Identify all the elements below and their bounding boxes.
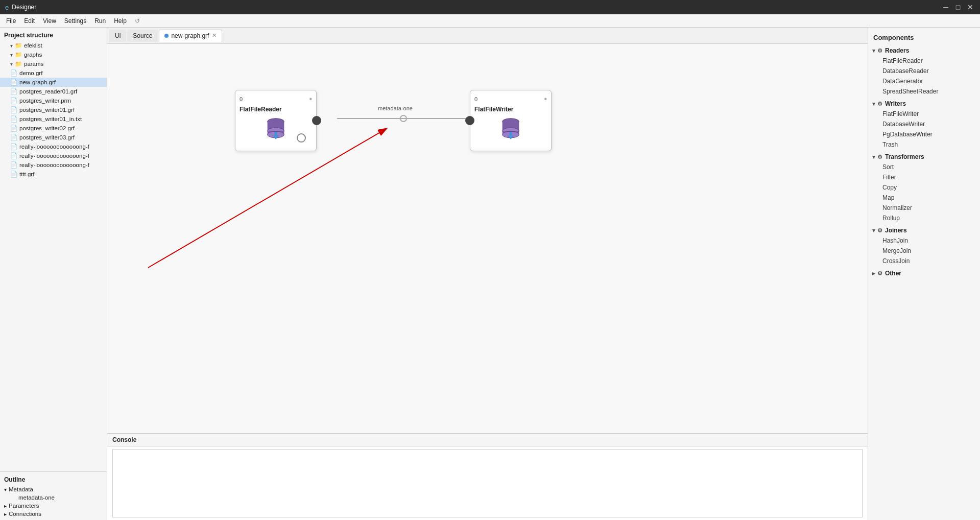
tree-item-label: postgres_writer02.grf [19, 125, 75, 131]
minimize-button[interactable]: ─ [941, 3, 950, 12]
folder-arrow-icon: ▾ [10, 43, 13, 49]
component-item[interactable]: Normalizer [868, 203, 980, 213]
component-item[interactable]: MergeJoin [868, 246, 980, 256]
folder-arrow-icon: ▾ [10, 61, 13, 67]
tab-file-label: new-graph.grf [171, 32, 209, 39]
project-tree-item[interactable]: 📄demo.grf [0, 68, 107, 78]
component-item[interactable]: FlatFileReader [868, 56, 980, 66]
project-tree-item[interactable]: 📄new-graph.grf [0, 78, 107, 87]
components-tree: ▾⚙ReadersFlatFileReaderDatabaseReaderDat… [868, 45, 980, 278]
node-flatfilereader[interactable]: 0 • FlatFileReader [235, 90, 317, 151]
component-item[interactable]: Map [868, 193, 980, 203]
component-section-header[interactable]: ▸⚙Other [868, 268, 980, 278]
component-section: ▾⚙ReadersFlatFileReaderDatabaseReaderDat… [868, 45, 980, 97]
node-writer-number: 0 [474, 96, 477, 102]
project-tree-item[interactable]: ▾📁graphs [0, 50, 107, 59]
node-writer-config-dot[interactable]: • [544, 94, 547, 104]
component-item[interactable]: Trash [868, 139, 980, 150]
project-tree-item[interactable]: 📄postgres_writer01_in.txt [0, 114, 107, 124]
menu-help[interactable]: Help [110, 16, 131, 26]
menu-view[interactable]: View [39, 16, 60, 26]
maximize-button[interactable]: □ [953, 3, 963, 12]
component-section: ▾⚙JoinersHashJoinMergeJoinCrossJoin [868, 225, 980, 266]
tree-item-label: efeklist [24, 42, 42, 49]
menubar: File Edit View Settings Run Help ↺ [0, 14, 980, 28]
project-tree-item[interactable]: 📄postgres_writer02.grf [0, 124, 107, 133]
component-item[interactable]: Copy [868, 182, 980, 193]
close-button[interactable]: ✕ [966, 3, 975, 12]
outline-section-label: Connections [9, 511, 41, 517]
folder-arrow-icon: ▾ [10, 52, 13, 58]
component-section: ▾⚙TransformersSortFilterCopyMapNormalize… [868, 152, 980, 223]
node-reader-inner-port[interactable] [297, 133, 306, 143]
menu-settings[interactable]: Settings [60, 16, 90, 26]
project-tree-item[interactable]: 📄really-looooooooooooong-f [0, 142, 107, 151]
component-item[interactable]: CrossJoin [868, 256, 980, 266]
tree-item-label: really-looooooooooooong-f [19, 144, 89, 150]
component-section-header[interactable]: ▾⚙Joiners [868, 225, 980, 235]
outline-tree-item[interactable]: ▾Metadata [0, 485, 107, 493]
console-title: Console [107, 434, 868, 446]
menu-edit[interactable]: Edit [20, 16, 39, 26]
component-item[interactable]: DatabaseReader [868, 66, 980, 76]
component-item[interactable]: Sort [868, 162, 980, 172]
outline-tree-item[interactable]: ▸Connections [0, 510, 107, 518]
component-item[interactable]: Filter [868, 172, 980, 182]
component-item[interactable]: DatabaseWriter [868, 119, 980, 129]
tab-file[interactable]: new-graph.grf ✕ [159, 30, 222, 42]
file-icon: 📄 [10, 143, 17, 150]
node-reader-number: 0 [240, 96, 243, 102]
node-flatfilewriter[interactable]: 0 • FlatFileWriter [470, 90, 552, 151]
section-gear-icon: ⚙ [877, 227, 882, 234]
component-item[interactable]: PgDatabaseWriter [868, 129, 980, 139]
section-expand-icon: ▾ [872, 48, 875, 54]
tree-item-label: tttt.grf [19, 171, 34, 177]
tree-item-label: demo.grf [19, 70, 42, 76]
component-item[interactable]: FlatFileWriter [868, 109, 980, 119]
project-tree-item[interactable]: 📄postgres_writer03.grf [0, 133, 107, 142]
node-reader-output-port[interactable] [312, 116, 321, 125]
project-tree: ▾📁efeklist▾📁graphs▾📁params📄demo.grf📄new-… [0, 41, 107, 179]
node-reader-db-icon [263, 117, 289, 143]
file-icon: 📄 [10, 171, 17, 178]
section-gear-icon: ⚙ [877, 270, 882, 277]
node-reader-config-dot[interactable]: • [309, 94, 312, 104]
node-writer-body [474, 113, 547, 147]
tab-close-icon[interactable]: ✕ [212, 32, 217, 39]
component-item[interactable]: Rollup [868, 213, 980, 223]
project-tree-item[interactable]: 📄really-looooooooooooong-f [0, 160, 107, 170]
tree-item-label: really-looooooooooooong-f [19, 153, 89, 159]
console-section: Console [107, 433, 868, 520]
component-section-header[interactable]: ▾⚙Writers [868, 99, 980, 109]
component-section-header[interactable]: ▾⚙Readers [868, 45, 980, 56]
component-section-header[interactable]: ▾⚙Transformers [868, 152, 980, 162]
project-tree-item[interactable]: ▾📁efeklist [0, 41, 107, 50]
left-sidebar: Project structure ▾📁efeklist▾📁graphs▾📁pa… [0, 28, 107, 520]
canvas: metadata-one 0 • FlatFileReader [107, 44, 868, 433]
center-content: Ui Source new-graph.grf ✕ metadata-one [107, 28, 868, 520]
tabs-bar: Ui Source new-graph.grf ✕ [107, 28, 868, 44]
component-item[interactable]: HashJoin [868, 235, 980, 246]
folder-icon: 📁 [15, 60, 22, 67]
component-item[interactable]: DataGenerator [868, 76, 980, 86]
tab-source[interactable]: Source [127, 30, 158, 42]
node-writer-input-port[interactable] [465, 116, 474, 125]
section-gear-icon: ⚙ [877, 101, 882, 107]
menu-file[interactable]: File [2, 16, 20, 26]
component-item[interactable]: SpreadSheetReader [868, 86, 980, 97]
project-tree-item[interactable]: ▾📁params [0, 59, 107, 68]
section-arrow-icon: ▸ [4, 511, 7, 517]
section-arrow-icon: ▾ [4, 487, 7, 492]
project-tree-item[interactable]: 📄postgres_writer.prm [0, 96, 107, 105]
outline-tree-item[interactable]: ▸Parameters [0, 502, 107, 510]
tree-item-label: graphs [24, 52, 42, 58]
menu-run[interactable]: Run [90, 16, 110, 26]
outline-tree: ▾Metadatametadata-one▸Parameters▸Connect… [0, 485, 107, 518]
outline-tree-item[interactable]: metadata-one [0, 493, 107, 502]
project-tree-item[interactable]: 📄postgres_reader01.grf [0, 87, 107, 96]
tab-ui[interactable]: Ui [109, 30, 126, 42]
project-tree-item[interactable]: 📄postgres_writer01.grf [0, 105, 107, 114]
project-tree-item[interactable]: 📄really-looooooooooooong-f [0, 151, 107, 160]
project-tree-item[interactable]: 📄tttt.grf [0, 170, 107, 179]
app-icon: e [5, 4, 9, 11]
